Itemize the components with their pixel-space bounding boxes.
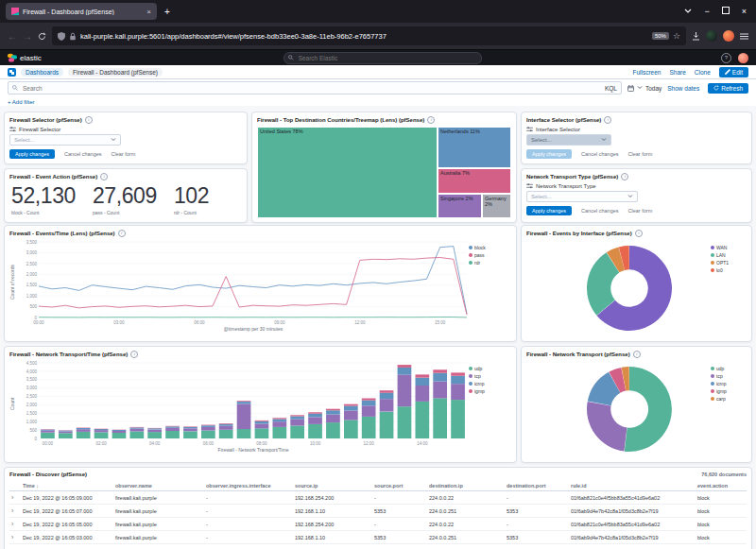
info-icon[interactable]: i [633, 351, 641, 358]
clear-form-button[interactable]: Clear form [112, 151, 136, 157]
edit-button[interactable]: Edit [719, 67, 748, 77]
expand-row-icon[interactable]: › [11, 521, 21, 527]
date-picker[interactable]: Today [627, 85, 662, 92]
global-search-input[interactable] [297, 54, 477, 62]
clear-form-button[interactable]: Clear form [628, 208, 653, 214]
kql-search-input[interactable] [21, 84, 602, 93]
legend-item[interactable]: tcp [469, 373, 510, 379]
treemap-tile[interactable]: Australia 7% [438, 168, 511, 194]
info-icon[interactable]: i [130, 351, 138, 358]
cancel-changes-button[interactable]: Cancel changes [581, 151, 618, 157]
info-icon[interactable]: i [118, 230, 126, 237]
cancel-changes-button[interactable]: Cancel changes [64, 151, 101, 157]
legend-item[interactable]: tcp [711, 373, 745, 379]
legend-item[interactable]: LAN [711, 252, 745, 258]
info-icon[interactable]: i [621, 173, 628, 180]
kql-label[interactable]: KQL [605, 85, 617, 92]
legend-item[interactable]: block [469, 245, 510, 250]
legend-item[interactable]: icmp [711, 381, 745, 386]
expand-row-icon[interactable]: › [11, 534, 21, 540]
expand-row-icon[interactable]: › [11, 507, 21, 514]
forward-icon[interactable]: → [23, 31, 32, 42]
profile-avatar[interactable] [706, 30, 717, 42]
column-header[interactable]: rule.id [571, 483, 696, 489]
column-header[interactable]: observer.ingress.interface [206, 483, 293, 489]
legend-item[interactable]: pass [469, 252, 510, 258]
legend-item[interactable]: udp [711, 366, 745, 371]
share-button[interactable]: Share [669, 69, 685, 76]
donut-slice[interactable] [587, 402, 627, 452]
breadcrumb-dashboards[interactable]: Dashboards [21, 68, 63, 77]
column-header[interactable]: destination.ip [429, 483, 505, 489]
add-filter-button[interactable]: + Add filter [8, 99, 35, 105]
column-header[interactable]: source.ip [295, 483, 372, 489]
apply-changes-button[interactable]: Apply changes [526, 149, 572, 159]
legend-item[interactable]: icmp [469, 381, 510, 386]
firewall-select[interactable]: Select... [9, 134, 121, 146]
legend-item[interactable]: lo0 [711, 267, 745, 273]
legend-swatch [469, 374, 472, 378]
minimize-button[interactable]: − [704, 7, 709, 16]
info-icon[interactable]: i [85, 116, 93, 124]
treemap-tile[interactable]: Singapore 2% [438, 194, 482, 218]
info-icon[interactable]: i [100, 173, 108, 180]
svg-text:00:00: 00:00 [43, 441, 54, 446]
column-header[interactable]: Time ↓ [23, 483, 113, 489]
downloads-icon[interactable] [692, 32, 700, 41]
legend-item[interactable]: OPT1 [711, 260, 745, 266]
browser-tab[interactable]: Firewall - Dashboard (pfSense) × [6, 3, 157, 20]
interface-select[interactable]: Select... [526, 134, 611, 146]
treemap-tile[interactable]: United States 78% [257, 127, 438, 218]
legend-item[interactable]: rdr [469, 260, 510, 266]
column-header[interactable]: destination.port [507, 483, 569, 489]
treemap-tile[interactable]: Netherlands 11% [438, 127, 511, 168]
tabs-list-icon[interactable] [684, 9, 692, 14]
kql-search[interactable]: KQL [8, 81, 622, 94]
apply-changes-button[interactable]: Apply changes [526, 206, 572, 215]
maximize-button[interactable] [722, 7, 730, 16]
info-icon[interactable]: i [427, 116, 435, 124]
account-avatar[interactable] [723, 30, 734, 42]
cancel-changes-button[interactable]: Cancel changes [581, 208, 618, 214]
user-avatar[interactable] [738, 53, 748, 63]
transport-type-select[interactable]: Select... [526, 191, 638, 202]
table-cell: - [374, 522, 427, 527]
transport-donut-legend: udptcpicmpigmpcarp [711, 366, 745, 403]
legend-item[interactable]: udp [469, 366, 510, 371]
elastic-logo-text: elastic [20, 54, 42, 62]
info-icon[interactable]: i [604, 116, 611, 124]
table-row: ›Dec 19, 2022 @ 16:05:03.000firewall.kal… [9, 531, 747, 544]
time-range-label[interactable]: Today [645, 85, 662, 92]
legend-item[interactable]: WAN [711, 245, 745, 250]
column-header[interactable]: event.action [697, 483, 745, 489]
legend-item[interactable]: igmp [711, 388, 745, 394]
back-icon[interactable]: ← [8, 31, 17, 42]
global-search[interactable] [284, 52, 482, 64]
legend-item[interactable]: igmp [469, 388, 510, 394]
expand-row-icon[interactable]: › [11, 494, 21, 501]
elastic-logo[interactable]: elastic [8, 53, 42, 62]
legend-item[interactable]: carp [711, 396, 745, 402]
help-icon[interactable]: ? [721, 53, 731, 63]
close-button[interactable]: × [742, 7, 747, 16]
apply-changes-button[interactable]: Apply changes [9, 149, 55, 159]
fullscreen-button[interactable]: Fullscreen [632, 69, 661, 76]
treemap-tile[interactable]: Germany 2% [482, 194, 511, 218]
donut-slice[interactable] [625, 367, 672, 452]
info-icon[interactable]: i [635, 230, 643, 237]
shield-icon[interactable] [58, 32, 65, 41]
clear-form-button[interactable]: Clear form [628, 151, 653, 157]
zoom-indicator[interactable]: 50% [652, 32, 669, 40]
lock-icon[interactable] [69, 32, 77, 41]
tab-close-icon[interactable]: × [146, 8, 151, 16]
column-header[interactable]: observer.name [115, 483, 204, 489]
show-dates-button[interactable]: Show dates [667, 85, 699, 92]
new-tab-button[interactable]: + [164, 7, 170, 17]
bookmark-star-icon[interactable]: ☆ [673, 31, 680, 41]
url-bar[interactable]: kali-purple.kali.purple:5601/app/dashboa… [52, 26, 686, 45]
menu-icon[interactable] [740, 33, 748, 40]
reload-icon[interactable] [38, 32, 46, 41]
refresh-button[interactable]: Refresh [708, 83, 748, 94]
column-header[interactable]: source.port [374, 483, 427, 489]
clone-button[interactable]: Clone [695, 69, 711, 76]
